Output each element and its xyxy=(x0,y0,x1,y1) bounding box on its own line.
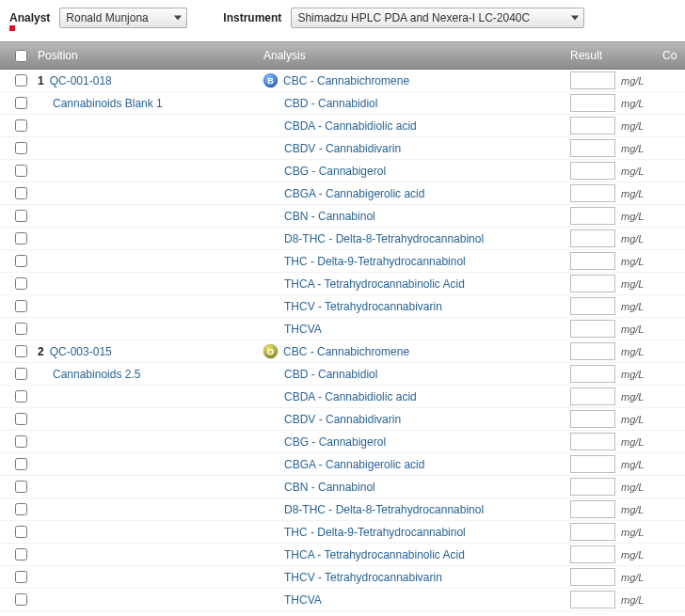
result-input[interactable] xyxy=(570,410,615,428)
table-row: CBGA - Cannabigerolic acidmg/L xyxy=(0,182,685,205)
result-input[interactable] xyxy=(570,229,615,247)
row-checkbox[interactable] xyxy=(15,481,27,493)
sample-code-link[interactable]: QC-003-015 xyxy=(50,345,112,358)
result-input[interactable] xyxy=(570,591,615,608)
sample-code-link[interactable]: QC-001-018 xyxy=(50,74,112,87)
sample-name-link[interactable]: Cannabinoids Blank 1 xyxy=(53,97,163,110)
analyte-link[interactable]: THCA - Tetrahydrocannabinolic Acid xyxy=(284,277,465,291)
analyte-link[interactable]: THC - Delta-9-Tetrahydrocannabinol xyxy=(284,526,466,539)
analyst-select[interactable]: Ronald Munjona xyxy=(59,8,187,28)
result-input[interactable] xyxy=(570,455,615,473)
result-input[interactable] xyxy=(570,387,615,405)
result-input[interactable] xyxy=(570,297,615,315)
row-checkbox[interactable] xyxy=(15,210,27,222)
result-input[interactable] xyxy=(570,342,615,360)
analyte-link[interactable]: CBC - Cannabichromene xyxy=(283,74,409,87)
row-checkbox[interactable] xyxy=(15,548,27,561)
unit-label: mg/L xyxy=(621,278,644,290)
row-checkbox[interactable] xyxy=(15,593,27,606)
row-checkbox[interactable] xyxy=(15,435,27,448)
analyte-link[interactable]: CBGA - Cannabigerolic acid xyxy=(284,187,424,200)
result-input[interactable] xyxy=(570,71,615,89)
analyte-link[interactable]: CBD - Cannabidiol xyxy=(284,97,377,110)
table-row: THCV - Tetrahydrocannabivarinmg/L xyxy=(0,566,685,589)
result-input[interactable] xyxy=(570,433,615,450)
result-input[interactable] xyxy=(570,545,615,563)
analyte-link[interactable]: CBDA - Cannabidiolic acid xyxy=(284,119,417,133)
row-checkbox[interactable] xyxy=(15,300,27,312)
analyte-link[interactable]: CBDV - Cannabidivarin xyxy=(284,413,401,426)
row-checkbox[interactable] xyxy=(15,526,27,538)
unit-label: mg/L xyxy=(621,549,644,561)
analyte-link[interactable]: CBDV - Cannabidivarin xyxy=(284,142,401,155)
unit-label: mg/L xyxy=(621,188,644,199)
result-input[interactable] xyxy=(570,523,615,541)
row-checkbox[interactable] xyxy=(15,571,27,583)
analyte-link[interactable]: CBN - Cannabinol xyxy=(284,210,375,223)
row-checkbox[interactable] xyxy=(15,458,27,470)
row-checkbox[interactable] xyxy=(15,119,27,132)
result-input[interactable] xyxy=(570,275,615,292)
unit-label: mg/L xyxy=(621,143,644,154)
instrument-select[interactable]: Shimadzu HPLC PDA and Nexera-I LC-2040C xyxy=(291,8,584,28)
analyte-link[interactable]: CBGA - Cannabigerolic acid xyxy=(284,458,424,471)
analyte-link[interactable]: THC - Delta-9-Tetrahydrocannabinol xyxy=(284,255,466,268)
result-input[interactable] xyxy=(570,184,615,202)
result-input[interactable] xyxy=(570,207,615,225)
unit-label: mg/L xyxy=(621,572,644,583)
analyte-link[interactable]: THCA - Tetrahydrocannabinolic Acid xyxy=(284,548,465,561)
row-checkbox[interactable] xyxy=(15,503,27,515)
table-row: CBDV - Cannabidivarinmg/L xyxy=(0,408,685,431)
result-input[interactable] xyxy=(570,365,615,383)
table-row: 2QC-003-015OCBC - Cannabichromenemg/L xyxy=(0,340,685,363)
result-input[interactable] xyxy=(570,478,615,496)
result-input[interactable] xyxy=(570,320,615,338)
table-row: Cannabinoids Blank 1CBD - Cannabidiolmg/… xyxy=(0,92,685,115)
result-input[interactable] xyxy=(570,162,615,180)
table-row: THC - Delta-9-Tetrahydrocannabinolmg/L xyxy=(0,250,685,273)
row-checkbox[interactable] xyxy=(15,255,27,267)
analyte-link[interactable]: THCVA xyxy=(284,323,322,336)
result-input[interactable] xyxy=(570,117,615,134)
header-co[interactable]: Co xyxy=(662,49,685,62)
header-analysis[interactable]: Analysis xyxy=(263,49,570,62)
sample-name-link[interactable]: Cannabinoids 2.5 xyxy=(53,368,140,381)
unit-label: mg/L xyxy=(621,459,644,470)
row-checkbox[interactable] xyxy=(15,323,27,335)
table-row: THCVAmg/L xyxy=(0,318,685,340)
row-checkbox[interactable] xyxy=(15,165,27,177)
table-header: Position Analysis Result Co xyxy=(0,41,685,70)
analyte-link[interactable]: CBG - Cannabigerol xyxy=(284,435,386,449)
row-checkbox[interactable] xyxy=(15,413,27,425)
analyte-link[interactable]: CBN - Cannabinol xyxy=(284,481,375,494)
table-row: THCVAmg/L xyxy=(0,589,685,611)
analyte-link[interactable]: D8-THC - Delta-8-Tetrahydrocannabinol xyxy=(284,232,484,245)
analyte-link[interactable]: CBDA - Cannabidiolic acid xyxy=(284,390,417,403)
analyte-link[interactable]: CBD - Cannabidiol xyxy=(284,368,377,381)
analyte-link[interactable]: THCV - Tetrahydrocannabivarin xyxy=(284,300,442,313)
analyte-link[interactable]: CBC - Cannabichromene xyxy=(283,345,409,358)
result-input[interactable] xyxy=(570,252,615,270)
analyte-link[interactable]: CBG - Cannabigerol xyxy=(284,165,386,178)
table-row: 1QC-001-018BCBC - Cannabichromenemg/L xyxy=(0,70,685,92)
select-all-checkbox[interactable] xyxy=(15,50,27,62)
row-checkbox[interactable] xyxy=(15,97,27,109)
row-checkbox[interactable] xyxy=(15,232,27,245)
header-result[interactable]: Result xyxy=(570,49,662,62)
row-checkbox[interactable] xyxy=(15,74,27,87)
result-input[interactable] xyxy=(570,94,615,112)
analyte-link[interactable]: D8-THC - Delta-8-Tetrahydrocannabinol xyxy=(284,503,484,516)
result-input[interactable] xyxy=(570,568,615,586)
row-checkbox[interactable] xyxy=(15,345,27,357)
header-position[interactable]: Position xyxy=(32,49,263,62)
analyte-link[interactable]: THCVA xyxy=(284,593,322,607)
row-checkbox[interactable] xyxy=(15,390,27,403)
row-checkbox[interactable] xyxy=(15,277,27,290)
result-input[interactable] xyxy=(570,500,615,518)
row-checkbox[interactable] xyxy=(15,187,27,199)
row-checkbox[interactable] xyxy=(15,142,27,154)
analyte-link[interactable]: THCV - Tetrahydrocannabivarin xyxy=(284,571,442,584)
unit-label: mg/L xyxy=(621,527,644,538)
result-input[interactable] xyxy=(570,139,615,157)
row-checkbox[interactable] xyxy=(15,368,27,380)
